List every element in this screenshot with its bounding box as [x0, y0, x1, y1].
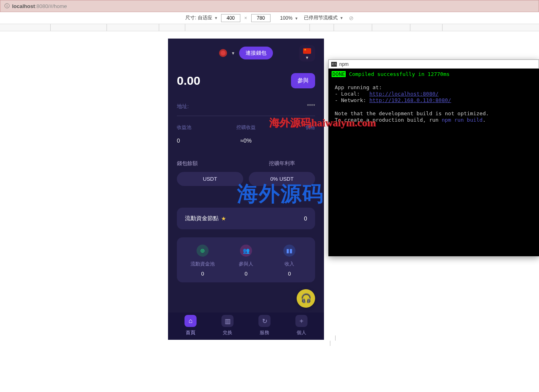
bars-icon: ▮▮ — [283, 245, 295, 257]
income-value: 0 — [268, 271, 311, 277]
note-line-2-suffix: . — [483, 117, 486, 123]
app-running-line: App running at: — [332, 84, 382, 90]
nav-home-tab[interactable]: ⌂ 首頁 — [172, 315, 209, 340]
profit-pool-label: 收益池 — [177, 124, 223, 131]
connect-wallet-button[interactable]: 連接錢包 — [239, 47, 273, 59]
terminal-window: C:\ npm DONE Compiled successfully in 12… — [328, 59, 539, 256]
liquidity-node-value: 0 — [304, 215, 307, 222]
url-host: localhost — [12, 3, 35, 9]
chip-icon: ⊚ — [197, 245, 209, 257]
cmd-icon: C:\ — [331, 62, 337, 67]
browser-url-bar[interactable]: ⓘ localhost:8080/#/home — [0, 0, 539, 12]
ruler — [0, 24, 539, 31]
nav-exchange-tab[interactable]: ▥ 兌换 — [209, 315, 246, 340]
watermark-blue: 海外源码 — [237, 180, 324, 208]
language-selector[interactable]: ▼ — [299, 45, 315, 61]
mining-yield-value: ≈0% — [223, 137, 269, 144]
chevron-down-icon: ▼ — [305, 55, 309, 60]
exchange-icon: ▥ — [221, 315, 234, 327]
terminal-titlebar[interactable]: C:\ npm — [328, 59, 539, 69]
balance-row: 0.00 參與 — [177, 73, 315, 88]
tron-coin-icon[interactable] — [219, 49, 227, 57]
mining-apr-label: 挖礦年利率 — [249, 160, 315, 167]
address-label: 地址: — [177, 103, 189, 110]
local-url-link[interactable]: http://localhost:8080/ — [369, 91, 439, 97]
stats-card: ⊚ 流動資金池 0 👥 參與人 0 ▮▮ 收入 0 — [177, 237, 315, 282]
dimension-separator: × — [244, 15, 247, 21]
support-fab-button[interactable]: 🎧 — [297, 289, 315, 308]
income-label: 收入 — [268, 261, 311, 267]
compile-msg: Compiled successfully in 12770ms — [346, 71, 449, 77]
users-icon: 👥 — [240, 245, 252, 257]
wallet-usdt-pill[interactable]: USDT — [177, 172, 243, 186]
liquidity-node-card[interactable]: 流動資金節點 ★ 0 — [177, 208, 315, 229]
watermark-red: 海外源码haiwaiym.com — [269, 116, 376, 130]
star-icon: ★ — [221, 215, 226, 222]
flag-cn-icon — [303, 48, 311, 54]
wallet-balance-label: 錢包餘額 — [177, 160, 243, 167]
service-icon: ↻ — [258, 315, 271, 327]
profit-pool-value: 0 — [177, 137, 223, 144]
network-prefix: - Network: — [332, 97, 369, 103]
participants-value: 0 — [224, 271, 268, 277]
nav-service-tab[interactable]: ↻ 服務 — [246, 315, 283, 340]
nav-exchange-label: 兌换 — [223, 330, 232, 335]
headset-icon: 🎧 — [301, 293, 312, 304]
balance-amount: 0.00 — [177, 74, 200, 88]
bottom-nav: ⌂ 首頁 ▥ 兌换 ↻ 服務 ＋ 個人 — [168, 312, 324, 340]
personal-icon: ＋ — [295, 315, 307, 327]
participate-button[interactable]: 參與 — [291, 73, 315, 88]
address-value: **** — [307, 103, 315, 110]
home-icon: ⌂ — [184, 315, 197, 327]
viewport-height-input[interactable] — [251, 14, 271, 22]
orientation-icon[interactable]: ⊘ — [349, 15, 354, 21]
nav-home-label: 首頁 — [186, 330, 195, 335]
devtools-toolbar: 尺寸: 自适应 ▼ × 100% ▼ 已停用节流模式 ▼ ⊘ — [0, 12, 539, 24]
throttle-dropdown[interactable]: 已停用节流模式 ▼ — [304, 14, 343, 21]
zoom-dropdown[interactable]: 100% ▼ — [280, 15, 298, 21]
nav-service-label: 服務 — [260, 330, 269, 335]
info-icon: ⓘ — [4, 2, 10, 10]
npm-run-build-cmd: npm run build — [442, 117, 483, 123]
chevron-down-icon[interactable]: ▼ — [231, 51, 235, 55]
resize-handle-icon[interactable]: ⟋⟋ — [325, 333, 341, 349]
liquidity-node-label: 流動資金節點 — [185, 215, 219, 222]
local-prefix: - Local: — [332, 91, 369, 97]
liq-pool-label: 流動資金池 — [181, 261, 224, 267]
network-url-link[interactable]: http://192.168.0.110:8080/ — [369, 97, 451, 103]
url-path: :8080/#/home — [35, 3, 67, 9]
app-header: ▼ 連接錢包 ▼ — [177, 47, 315, 59]
address-row: 地址: **** — [177, 103, 315, 116]
nav-personal-tab[interactable]: ＋ 個人 — [283, 315, 320, 340]
participants-label: 參與人 — [224, 261, 268, 267]
nav-personal-label: 個人 — [297, 330, 306, 335]
viewport-width-input[interactable] — [221, 14, 240, 22]
terminal-title-text: npm — [339, 61, 348, 67]
mining-yield-label: 挖礦收益 — [223, 124, 269, 131]
size-mode-dropdown[interactable]: 尺寸: 自适应 ▼ — [185, 14, 218, 21]
status-done-tag: DONE — [332, 71, 346, 77]
liq-pool-value: 0 — [181, 271, 224, 277]
